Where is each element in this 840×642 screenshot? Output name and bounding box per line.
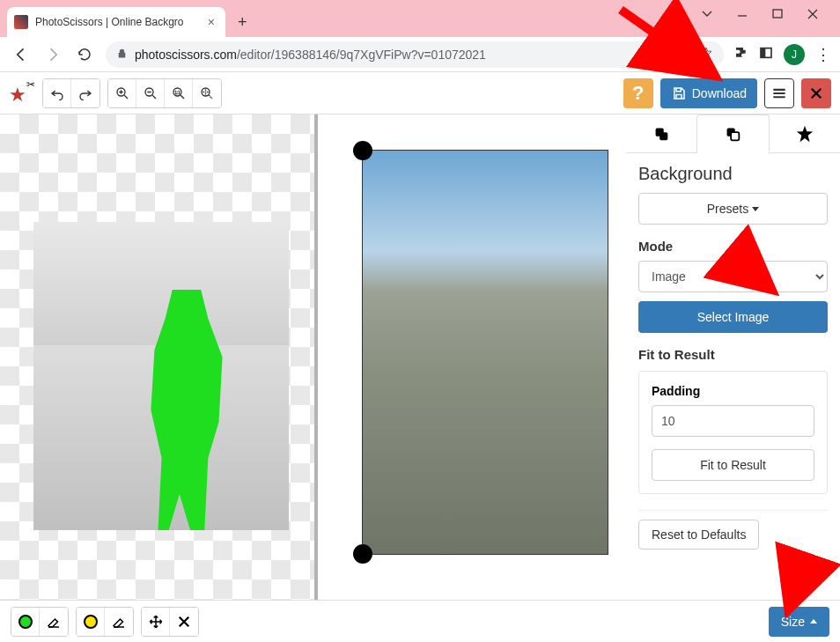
- zoom-fit-button[interactable]: [193, 79, 221, 107]
- svg-rect-11: [732, 132, 740, 140]
- select-image-button[interactable]: Select Image: [638, 301, 828, 333]
- presets-dropdown[interactable]: Presets: [638, 193, 828, 225]
- bottom-toolbar: Size: [0, 600, 840, 642]
- app-toolbar: 1:1 ? Download: [0, 72, 840, 114]
- panel-icon[interactable]: [759, 46, 773, 63]
- redo-button[interactable]: [71, 79, 99, 107]
- add-background-button[interactable]: [77, 608, 105, 636]
- close-app-button[interactable]: [801, 78, 831, 108]
- editor-main: Background Presets Mode Image Select Ima…: [0, 114, 840, 600]
- undo-button[interactable]: [43, 79, 71, 107]
- svg-rect-2: [761, 48, 765, 57]
- browser-tab[interactable]: PhotoScissors | Online Backgro ×: [7, 7, 225, 37]
- url-bar[interactable]: photoscissors.com/editor/196388146/9q7Xg…: [106, 41, 724, 68]
- sidebar-panel: Background Presets Mode Image Select Ima…: [626, 114, 840, 600]
- browser-address-bar: photoscissors.com/editor/196388146/9q7Xg…: [0, 37, 840, 72]
- close-window-icon[interactable]: [807, 7, 819, 23]
- padding-input[interactable]: [652, 405, 814, 437]
- favicon-icon: [14, 15, 28, 29]
- bookmark-star-icon[interactable]: [699, 46, 713, 63]
- menu-button[interactable]: [764, 78, 794, 108]
- forward-button[interactable]: [42, 44, 63, 65]
- result-pane[interactable]: [318, 114, 626, 600]
- zoom-hundred-button[interactable]: 1:1: [165, 79, 193, 107]
- minimize-icon[interactable]: [736, 7, 748, 23]
- sidebar-title: Background: [638, 164, 828, 184]
- help-button[interactable]: ?: [623, 78, 653, 108]
- extensions-icon[interactable]: [734, 46, 748, 63]
- svg-rect-9: [659, 132, 667, 140]
- green-marker-icon: [18, 615, 33, 629]
- divider-line: [638, 510, 828, 511]
- tab-background[interactable]: [696, 114, 769, 153]
- save-icon: [671, 85, 687, 101]
- maximize-icon[interactable]: [771, 7, 784, 23]
- profile-avatar[interactable]: J: [784, 44, 805, 65]
- zoom-out-button[interactable]: [136, 79, 165, 107]
- lock-icon: [116, 47, 128, 63]
- delete-tool-button[interactable]: [170, 608, 198, 636]
- result-image[interactable]: [362, 150, 608, 555]
- source-image: [33, 222, 289, 530]
- fit-to-result-button[interactable]: Fit to Result: [652, 449, 814, 481]
- window-controls: [701, 0, 840, 23]
- caret-down-icon: [752, 207, 759, 211]
- foreground-mask: [151, 290, 222, 530]
- browser-menu-icon[interactable]: ⋮: [815, 45, 829, 64]
- zoom-in-button[interactable]: [108, 79, 136, 107]
- chevron-down-icon[interactable]: [701, 7, 713, 23]
- sidebar-tabs: [626, 114, 840, 153]
- resize-handle-top-left[interactable]: [353, 141, 372, 160]
- erase-foreground-button[interactable]: [40, 608, 68, 636]
- move-tool-button[interactable]: [142, 608, 170, 636]
- reload-button[interactable]: [74, 44, 95, 65]
- add-foreground-button[interactable]: [11, 608, 40, 636]
- yellow-marker-icon: [84, 615, 98, 629]
- caret-up-icon: [810, 619, 817, 624]
- tab-title: PhotoScissors | Online Backgro: [35, 16, 201, 28]
- fit-to-result-label: Fit to Result: [638, 347, 828, 362]
- browser-titlebar: PhotoScissors | Online Backgro × +: [0, 0, 840, 37]
- app-logo-icon: [9, 80, 35, 107]
- new-tab-button[interactable]: +: [238, 13, 247, 32]
- source-pane[interactable]: [0, 114, 314, 600]
- svg-rect-0: [773, 10, 782, 18]
- download-button[interactable]: Download: [660, 78, 757, 108]
- mode-select[interactable]: Image: [638, 261, 828, 292]
- close-tab-icon[interactable]: ×: [208, 15, 215, 29]
- resize-handle-bottom-left[interactable]: [353, 544, 372, 564]
- padding-label: Padding: [652, 384, 814, 398]
- download-label: Download: [692, 86, 747, 100]
- mode-label: Mode: [638, 239, 828, 254]
- svg-text:1:1: 1:1: [174, 90, 181, 94]
- reset-defaults-button[interactable]: Reset to Defaults: [638, 520, 759, 550]
- url-text: photoscissors.com/editor/196388146/9q7Xg…: [135, 48, 486, 62]
- erase-background-button[interactable]: [105, 608, 133, 636]
- tab-foreground[interactable]: [626, 114, 696, 152]
- tab-effects[interactable]: [770, 114, 840, 152]
- size-dropdown-button[interactable]: Size: [769, 607, 829, 637]
- back-button[interactable]: [11, 44, 32, 65]
